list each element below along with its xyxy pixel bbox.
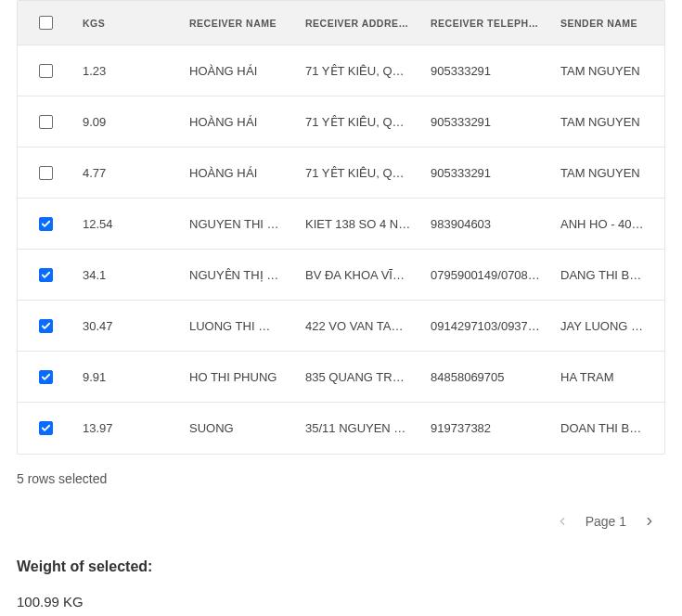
cell-sender-name: DOAN THI B…: [551, 421, 664, 435]
row-checkbox-cell: [18, 115, 73, 129]
cell-sender-name: TAM NGUYEN: [551, 115, 664, 129]
cell-kgs: 1.23: [73, 64, 180, 78]
header-checkbox-cell: [18, 16, 73, 30]
cell-receiver-telephone: 983904603: [421, 217, 551, 231]
cell-sender-name: ANH HO - 40…: [551, 217, 664, 231]
row-checkbox[interactable]: [39, 319, 53, 333]
header-receiver-address[interactable]: RECEIVER ADDRESS: [296, 18, 421, 29]
row-checkbox[interactable]: [39, 64, 53, 78]
row-checkbox[interactable]: [39, 115, 53, 129]
table-row[interactable]: 34.1NGUYỄN THỊ …BV ĐA KHOA VĨ…0795900149…: [18, 250, 664, 301]
cell-receiver-telephone: 905333291: [421, 166, 551, 180]
row-checkbox-cell: [18, 268, 73, 282]
header-receiver-telephone[interactable]: RECEIVER TELEPHONE: [421, 18, 551, 29]
row-checkbox[interactable]: [39, 166, 53, 180]
row-checkbox-cell: [18, 217, 73, 231]
table-row[interactable]: 9.91HO THI PHUNG835 QUANG TR…84858069705…: [18, 352, 664, 403]
cell-receiver-name: SUONG: [180, 421, 296, 435]
cell-receiver-name: NGUYỄN THỊ …: [180, 268, 296, 282]
table-row[interactable]: 12.54NGUYEN THI …KIET 138 SO 4 N…9839046…: [18, 199, 664, 250]
cell-kgs: 9.09: [73, 115, 180, 129]
table-row[interactable]: 1.23HOÀNG HẢI71 YẾT KIÊU, Q…905333291TAM…: [18, 45, 664, 96]
cell-sender-name: TAM NGUYEN: [551, 166, 664, 180]
cell-receiver-address: BV ĐA KHOA VĨ…: [296, 268, 421, 282]
row-checkbox[interactable]: [39, 421, 53, 435]
cell-kgs: 34.1: [73, 268, 180, 282]
cell-receiver-address: 835 QUANG TR…: [296, 370, 421, 384]
row-checkbox[interactable]: [39, 217, 53, 231]
row-checkbox-cell: [18, 166, 73, 180]
row-checkbox[interactable]: [39, 268, 53, 282]
cell-receiver-name: LUONG THI …: [180, 319, 296, 333]
row-checkbox-cell: [18, 370, 73, 384]
cell-receiver-telephone: 0914297103/0937…: [421, 319, 551, 333]
cell-receiver-name: HOÀNG HẢI: [180, 115, 296, 129]
cell-receiver-address: 422 VO VAN TA…: [296, 319, 421, 333]
cell-kgs: 4.77: [73, 166, 180, 180]
table-row[interactable]: 4.77HOÀNG HẢI71 YẾT KIÊU, Q…905333291TAM…: [18, 148, 664, 199]
cell-sender-name: DANG THI B…: [551, 268, 664, 282]
cell-kgs: 13.97: [73, 421, 180, 435]
table-header-row: KGS RECEIVER NAME RECEIVER ADDRESS RECEI…: [18, 1, 664, 45]
cell-receiver-name: HO THI PHUNG: [180, 370, 296, 384]
weight-selected-label: Weight of selected:: [17, 529, 665, 594]
header-receiver-name[interactable]: RECEIVER NAME: [180, 18, 296, 29]
table-row[interactable]: 13.97SUONG35/11 NGUYEN …919737382DOAN TH…: [18, 403, 664, 454]
cell-kgs: 30.47: [73, 319, 180, 333]
shipments-table: KGS RECEIVER NAME RECEIVER ADDRESS RECEI…: [17, 0, 665, 455]
header-sender-name[interactable]: SENDER NAME: [551, 18, 664, 29]
cell-receiver-telephone: 905333291: [421, 115, 551, 129]
row-checkbox-cell: [18, 319, 73, 333]
cell-receiver-telephone: 905333291: [421, 64, 551, 78]
page-indicator: Page 1: [585, 514, 626, 529]
cell-kgs: 12.54: [73, 217, 180, 231]
cell-receiver-name: HOÀNG HẢI: [180, 64, 296, 78]
rows-selected-text: 5 rows selected: [17, 455, 665, 514]
cell-kgs: 9.91: [73, 370, 180, 384]
cell-receiver-address: 71 YẾT KIÊU, Q…: [296, 64, 421, 78]
row-checkbox-cell: [18, 64, 73, 78]
weight-selected-value: 100.99 KG: [17, 594, 665, 610]
cell-receiver-address: 71 YẾT KIÊU, Q…: [296, 115, 421, 129]
chevron-right-icon[interactable]: [643, 515, 656, 528]
cell-receiver-telephone: 84858069705: [421, 370, 551, 384]
table-row[interactable]: 9.09HOÀNG HẢI71 YẾT KIÊU, Q…905333291TAM…: [18, 96, 664, 148]
cell-receiver-address: 35/11 NGUYEN …: [296, 421, 421, 435]
chevron-left-icon[interactable]: [556, 515, 569, 528]
table-row[interactable]: 30.47LUONG THI …422 VO VAN TA…0914297103…: [18, 301, 664, 352]
cell-sender-name: JAY LUONG …: [551, 319, 664, 333]
row-checkbox[interactable]: [39, 370, 53, 384]
select-all-checkbox[interactable]: [39, 16, 53, 30]
cell-receiver-telephone: 0795900149/0708…: [421, 268, 551, 282]
header-kgs[interactable]: KGS: [73, 18, 180, 29]
cell-receiver-address: 71 YẾT KIÊU, Q…: [296, 166, 421, 180]
cell-sender-name: TAM NGUYEN: [551, 64, 664, 78]
cell-sender-name: HA TRAM: [551, 370, 664, 384]
cell-receiver-address: KIET 138 SO 4 N…: [296, 217, 421, 231]
cell-receiver-name: NGUYEN THI …: [180, 217, 296, 231]
pager: Page 1: [17, 514, 665, 529]
cell-receiver-telephone: 919737382: [421, 421, 551, 435]
cell-receiver-name: HOÀNG HẢI: [180, 166, 296, 180]
row-checkbox-cell: [18, 421, 73, 435]
